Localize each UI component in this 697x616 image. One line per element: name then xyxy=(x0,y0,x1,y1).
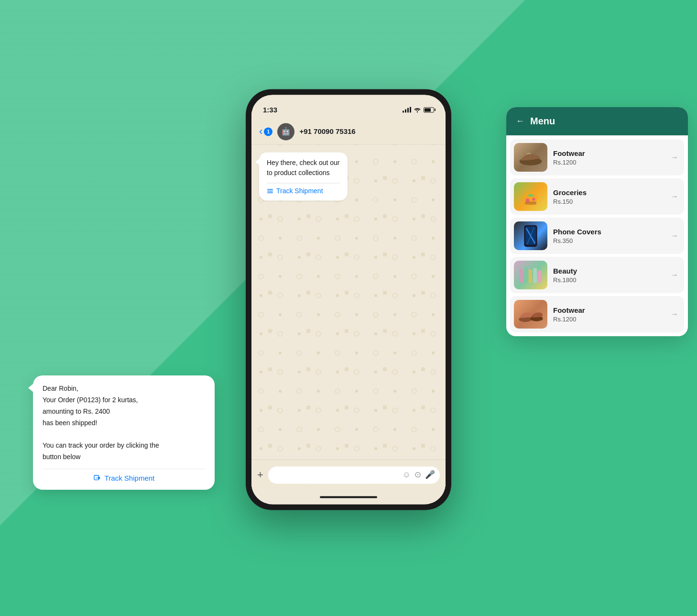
message-bubble-1: Hey there, check out ourto product colle… xyxy=(259,152,348,200)
menu-item-footwear1[interactable]: Footwear Rs.1200 → xyxy=(510,139,684,176)
wifi-icon xyxy=(414,107,421,112)
contact-avatar: 🤖 xyxy=(277,123,294,140)
menu-header: ← Menu xyxy=(506,107,688,135)
menu-item-phonecovers[interactable]: Phone Covers Rs.350 → xyxy=(510,218,684,254)
list-icon xyxy=(267,187,273,194)
status-bar: 1:33 xyxy=(251,95,446,119)
track-shipment-button-2[interactable]: Track Shipment xyxy=(43,469,205,482)
menu-item-footwear2[interactable]: Footwear Rs.1200 → xyxy=(510,296,684,332)
menu-item-image-phonecovers xyxy=(514,221,547,250)
battery-icon xyxy=(424,107,434,112)
menu-item-image-beauty xyxy=(514,261,547,289)
svg-rect-10 xyxy=(524,266,527,283)
phone-screen: 1:33 ‹ xyxy=(251,95,446,504)
svg-rect-11 xyxy=(528,269,532,283)
arrow-icon-footwear1: → xyxy=(671,153,678,162)
svg-rect-1 xyxy=(94,475,98,480)
menu-item-image-footwear2 xyxy=(514,300,547,329)
arrow-icon-groceries: → xyxy=(671,192,678,201)
menu-card: ← Menu Footwear Rs.1200 → xyxy=(506,107,688,336)
beauty-image xyxy=(518,264,544,286)
svg-rect-6 xyxy=(525,201,536,204)
bot-icon: 🤖 xyxy=(281,127,291,136)
arrow-icon-footwear2: → xyxy=(671,310,678,319)
shoes-image xyxy=(518,304,544,325)
menu-item-name-beauty: Beauty xyxy=(553,267,665,275)
plus-icon[interactable]: + xyxy=(257,469,263,481)
menu-item-name-phonecovers: Phone Covers xyxy=(553,228,665,236)
back-button[interactable]: ‹ 1 xyxy=(259,125,272,138)
menu-item-info-phonecovers: Phone Covers Rs.350 xyxy=(553,228,665,244)
menu-item-name-footwear2: Footwear xyxy=(553,306,665,314)
message-bubble-2: Dear Robin, Your Order (P0123) for 2 kur… xyxy=(33,375,215,490)
menu-item-beauty[interactable]: Beauty Rs.1800 → xyxy=(510,257,684,293)
track-shipment-label-1: Track Shipment xyxy=(276,187,323,195)
menu-back-icon[interactable]: ← xyxy=(516,116,524,126)
menu-items-list: Footwear Rs.1200 → Grocerie xyxy=(506,135,688,336)
arrow-icon-phonecovers: → xyxy=(671,231,678,240)
menu-item-groceries[interactable]: Groceries Rs.150 → xyxy=(510,178,684,215)
chat-input-bar: + ☺ ⊙ 🎤 xyxy=(251,459,446,490)
chat-header: ‹ 1 🤖 +91 70090 75316 xyxy=(251,119,446,144)
svg-rect-9 xyxy=(519,268,523,283)
chat-messages: Hey there, check out ourto product colle… xyxy=(251,144,446,459)
menu-item-price-footwear1: Rs.1200 xyxy=(553,159,665,166)
status-time: 1:33 xyxy=(263,106,277,114)
contact-name: +91 70090 75316 xyxy=(299,127,355,135)
unread-badge: 1 xyxy=(264,127,272,136)
mic-icon[interactable]: 🎤 xyxy=(425,470,435,480)
signal-icon xyxy=(403,107,411,112)
phone-cover-image xyxy=(521,224,540,248)
groceries-image xyxy=(519,187,543,206)
menu-item-name-groceries: Groceries xyxy=(553,188,665,197)
menu-item-info-beauty: Beauty Rs.1800 xyxy=(553,267,665,284)
svg-rect-12 xyxy=(533,268,537,283)
menu-item-info-footwear1: Footwear Rs.1200 xyxy=(553,149,665,166)
home-indicator xyxy=(251,490,446,504)
external-link-icon xyxy=(93,474,101,482)
svg-point-0 xyxy=(417,111,418,113)
home-bar xyxy=(320,496,377,498)
sticker-icon[interactable]: ☺ xyxy=(403,470,411,480)
menu-item-price-footwear2: Rs.1200 xyxy=(553,316,665,323)
menu-title: Menu xyxy=(530,116,555,127)
back-chevron-icon: ‹ xyxy=(259,125,262,138)
svg-point-5 xyxy=(532,198,535,200)
status-icons xyxy=(403,107,434,112)
menu-item-price-groceries: Rs.150 xyxy=(553,198,665,205)
svg-rect-13 xyxy=(538,270,541,282)
arrow-icon-beauty: → xyxy=(671,271,678,279)
menu-item-price-phonecovers: Rs.350 xyxy=(553,237,665,244)
menu-item-name-footwear1: Footwear xyxy=(553,149,665,157)
track-shipment-button-1[interactable]: Track Shipment xyxy=(267,183,340,195)
menu-item-price-beauty: Rs.1800 xyxy=(553,276,665,284)
message-text-1: Hey there, check out ourto product colle… xyxy=(267,158,340,178)
message-input-field[interactable]: ☺ ⊙ 🎤 xyxy=(268,466,440,484)
message-text-2: Dear Robin, Your Order (P0123) for 2 kur… xyxy=(43,383,205,463)
phone-frame: 1:33 ‹ xyxy=(246,89,451,510)
track-shipment-label-2: Track Shipment xyxy=(105,474,154,482)
menu-item-info-footwear2: Footwear Rs.1200 xyxy=(553,306,665,323)
shoe-image xyxy=(519,148,543,167)
scene: 1:33 ‹ xyxy=(133,69,564,547)
menu-item-image-footwear1 xyxy=(514,143,547,172)
camera-icon[interactable]: ⊙ xyxy=(414,470,421,480)
menu-item-image-groceries xyxy=(514,182,547,211)
menu-item-info-groceries: Groceries Rs.150 xyxy=(553,188,665,205)
